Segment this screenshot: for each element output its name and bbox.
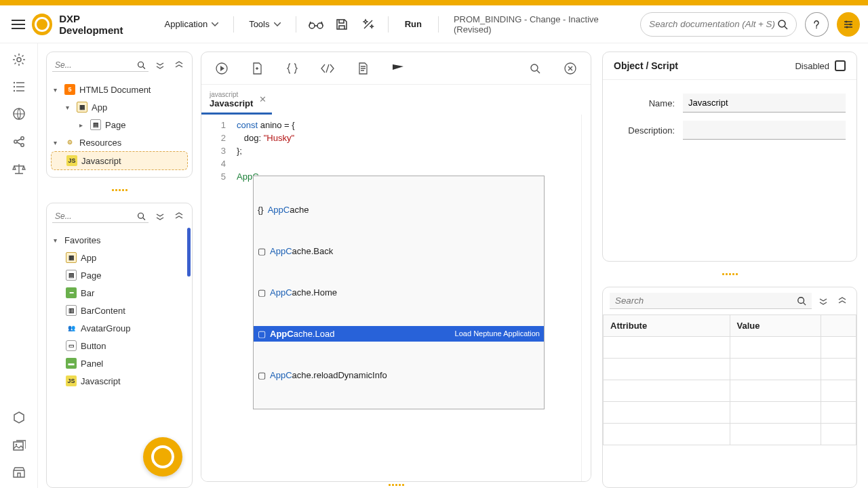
list-item-label: Button bbox=[81, 341, 106, 351]
close-circle-icon[interactable] bbox=[558, 56, 583, 81]
outline-search-input[interactable] bbox=[55, 60, 137, 70]
flag-icon[interactable] bbox=[386, 56, 410, 81]
table-row[interactable] bbox=[604, 359, 856, 380]
outline-search[interactable] bbox=[52, 59, 149, 72]
collapse-up-icon[interactable] bbox=[172, 209, 186, 224]
settings-button[interactable] bbox=[837, 12, 860, 37]
description-field[interactable] bbox=[683, 121, 846, 140]
list-item-label: Page bbox=[81, 270, 101, 281]
properties-title: Object / Script bbox=[614, 60, 678, 71]
favorites-search-input[interactable] bbox=[55, 211, 137, 221]
attributes-table: Attribute Value bbox=[603, 314, 856, 445]
store-icon[interactable] bbox=[12, 466, 26, 479]
svg-point-11 bbox=[14, 140, 16, 143]
svg-point-8 bbox=[13, 86, 14, 87]
column-attribute[interactable]: Attribute bbox=[604, 315, 730, 337]
autocomplete-item[interactable]: ▢AppCache.reloadDynamicInfo bbox=[254, 367, 544, 383]
tree-node-page[interactable]: ▸ ▤ Page bbox=[51, 116, 188, 134]
gear-icon[interactable] bbox=[12, 53, 26, 66]
svg-point-19 bbox=[531, 64, 538, 71]
code-editor[interactable]: 12345 const anino = { dog: "Husky" }; Ap… bbox=[201, 115, 591, 481]
glasses-icon[interactable] bbox=[304, 12, 327, 37]
attributes-search-input[interactable] bbox=[615, 296, 797, 306]
globe-icon[interactable] bbox=[12, 107, 26, 121]
panel-resize-handle[interactable] bbox=[201, 482, 591, 488]
attributes-search[interactable] bbox=[610, 293, 812, 309]
list-item-label: App bbox=[81, 253, 96, 263]
outline-panel: ▾ 5 HTML5 Document ▾ ▦ App ▸ ▤ Page ▾ ⚙ bbox=[46, 52, 193, 178]
tree-node-app[interactable]: ▾ ▦ App bbox=[51, 98, 188, 116]
chat-bubble-button[interactable] bbox=[143, 437, 182, 476]
list-item[interactable]: ━Bar bbox=[51, 284, 188, 302]
table-row[interactable] bbox=[604, 380, 856, 402]
list-item[interactable]: ▦App bbox=[51, 249, 188, 266]
right-column: Object / Script Disabled Name: Descripti… bbox=[597, 43, 868, 488]
autocomplete-item[interactable]: ▢AppCache.Home bbox=[254, 285, 544, 300]
braces-icon[interactable] bbox=[280, 56, 304, 81]
help-icon[interactable] bbox=[805, 12, 829, 37]
favorites-tree: ▾ Favorites ▦App ▤Page ━Bar ▥BarContent … bbox=[47, 229, 192, 396]
table-row[interactable] bbox=[604, 402, 856, 424]
list-item[interactable]: ▬Panel bbox=[51, 354, 188, 372]
center-column: javascript Javascript ✕ 12345 const anin… bbox=[198, 43, 597, 488]
autocomplete-item[interactable]: ▢AppCache.Back bbox=[254, 243, 544, 259]
list-item[interactable]: 👥AvatarGroup bbox=[51, 319, 188, 337]
line-gutter: 12345 bbox=[201, 115, 233, 481]
collapse-up-icon[interactable] bbox=[835, 293, 850, 308]
list-item[interactable]: ▭Button bbox=[51, 337, 188, 354]
code-content[interactable]: const anino = { dog: "Husky" }; AppC {}A… bbox=[233, 115, 581, 481]
close-icon[interactable]: ✕ bbox=[259, 94, 267, 104]
hexagon-icon[interactable] bbox=[12, 411, 26, 424]
favorites-header[interactable]: ▾ Favorites bbox=[51, 232, 188, 249]
expand-down-icon[interactable] bbox=[816, 293, 831, 308]
collapse-up-icon[interactable] bbox=[172, 58, 186, 73]
breadcrumb: PROM_BINDING - Change - Inactive (Revise… bbox=[447, 14, 637, 35]
properties-panel: Object / Script Disabled Name: Descripti… bbox=[602, 52, 857, 262]
balance-icon[interactable] bbox=[12, 163, 26, 175]
expand-down-icon[interactable] bbox=[153, 209, 167, 224]
save-icon[interactable] bbox=[330, 12, 353, 37]
tree-node-javascript[interactable]: JS Javascript bbox=[51, 151, 188, 170]
list-item-label: Javascript bbox=[81, 376, 121, 386]
list-item[interactable]: ▥BarContent bbox=[51, 302, 188, 319]
panel-resize-handle[interactable] bbox=[602, 271, 857, 277]
tab-subtitle: javascript bbox=[210, 91, 253, 98]
svg-point-13 bbox=[20, 144, 23, 146]
tree-node-resources[interactable]: ▾ ⚙ Resources bbox=[51, 134, 188, 151]
minimap[interactable] bbox=[581, 115, 591, 481]
panel-resize-handle[interactable] bbox=[46, 187, 193, 193]
favorites-search[interactable] bbox=[52, 210, 149, 223]
list-item[interactable]: JSJavascript bbox=[51, 372, 188, 390]
tree-node-html5[interactable]: ▾ 5 HTML5 Document bbox=[51, 81, 188, 98]
search-icon[interactable] bbox=[523, 56, 547, 81]
file-export-icon[interactable] bbox=[245, 56, 269, 81]
disabled-checkbox[interactable]: Disabled bbox=[795, 60, 846, 71]
run-button[interactable]: Run bbox=[397, 19, 430, 29]
hamburger-menu[interactable] bbox=[8, 14, 29, 35]
expand-down-icon[interactable] bbox=[153, 58, 167, 73]
list-icon[interactable] bbox=[13, 81, 25, 92]
divider bbox=[388, 16, 389, 33]
list-item[interactable]: ▤Page bbox=[51, 266, 188, 284]
list-item-label: Panel bbox=[81, 359, 103, 369]
autocomplete-item[interactable]: {}AppCache bbox=[254, 202, 544, 218]
play-icon[interactable] bbox=[210, 56, 234, 81]
name-field[interactable] bbox=[683, 94, 846, 113]
table-row[interactable] bbox=[604, 337, 856, 359]
editor-tab-javascript[interactable]: javascript Javascript ✕ bbox=[201, 85, 272, 115]
menu-tools[interactable]: Tools bbox=[242, 5, 287, 43]
doc-search-input[interactable] bbox=[649, 19, 777, 29]
doc-search[interactable] bbox=[640, 12, 797, 37]
column-value[interactable]: Value bbox=[730, 315, 821, 337]
table-row[interactable] bbox=[604, 424, 856, 445]
autocomplete-item-selected[interactable]: ▢AppCache.LoadLoad Neptune Application bbox=[254, 326, 544, 342]
images-icon[interactable] bbox=[12, 439, 26, 451]
document-icon[interactable] bbox=[351, 56, 375, 81]
share-icon[interactable] bbox=[13, 136, 25, 148]
scrollbar-thumb[interactable] bbox=[187, 228, 191, 277]
magic-wand-icon[interactable] bbox=[356, 12, 379, 37]
divider bbox=[296, 16, 296, 33]
menu-application[interactable]: Application bbox=[158, 5, 226, 43]
svg-point-12 bbox=[20, 137, 23, 140]
code-icon[interactable] bbox=[315, 56, 340, 81]
